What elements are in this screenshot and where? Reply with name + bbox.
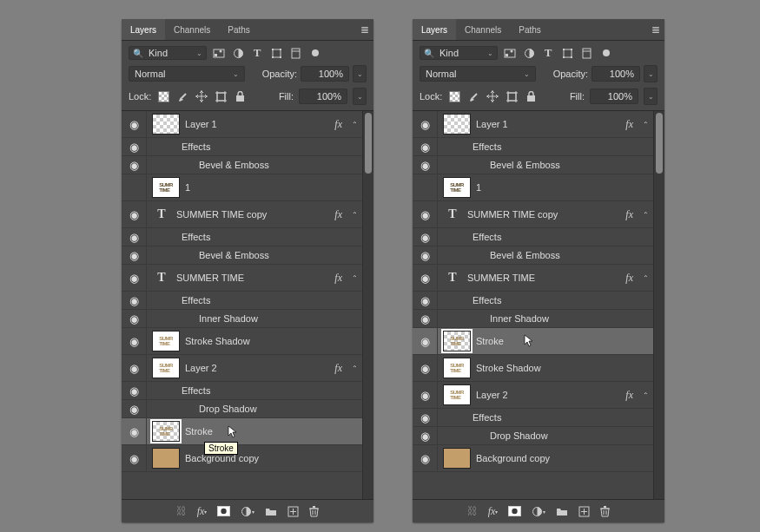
lock-artboard-icon[interactable] [505,89,519,103]
link-layers-icon[interactable]: ⛓ [467,505,478,517]
visibility-toggle[interactable]: ◉ [122,174,147,200]
scrollbar[interactable] [362,111,373,499]
fx-badge[interactable]: fx [334,362,342,375]
layer-row[interactable]: ◉ SUMRTIME Layer 2 fx ⌃ [413,382,654,409]
visibility-toggle[interactable]: ◉ [413,138,438,155]
layer-effect-item[interactable]: ◉ Drop Shadow [413,427,654,445]
add-adjustment-icon[interactable]: ▾ [532,506,545,517]
layer-name[interactable]: Layer 2 [476,390,620,400]
collapse-effects-icon[interactable]: ⌃ [640,274,651,282]
visibility-toggle[interactable]: ◉ [413,409,438,426]
visibility-toggle[interactable]: ◉ [122,292,147,309]
type-layer-icon[interactable]: T [152,205,171,224]
visibility-toggle[interactable]: ◉ [413,111,438,137]
lock-all-icon[interactable] [233,89,247,103]
layer-name[interactable]: Background copy [185,453,360,463]
layer-row[interactable]: ◉ SUMRTIME Stroke Shadow [413,355,654,382]
visibility-toggle[interactable]: ◉ [413,174,438,200]
visibility-toggle[interactable]: ◉ [122,201,147,227]
new-layer-icon[interactable] [578,506,590,517]
panel-menu-icon[interactable]: ≣ [647,23,664,36]
kind-dropdown[interactable]: 🔍 Kind ⌄ [420,46,498,60]
layer-name[interactable]: Stroke [185,426,360,437]
layer-thumbnail[interactable]: SUMRTIME [152,358,180,378]
type-layer-icon[interactable]: T [443,268,462,287]
layer-effect-item[interactable]: ◉ Drop Shadow [122,400,363,418]
layer-name[interactable]: Stroke [476,336,651,346]
layer-effect-item[interactable]: ◉ Inner Shadow [413,310,654,328]
fx-add-icon[interactable]: fx▾ [488,505,499,518]
type-layer-icon[interactable]: T [443,205,462,224]
filter-pixel-icon[interactable] [212,46,226,60]
visibility-toggle[interactable]: ◉ [413,201,438,227]
fx-badge[interactable]: fx [625,389,633,402]
layer-name[interactable]: SUMMER TIME copy [467,209,620,220]
fx-add-icon[interactable]: fx▾ [197,505,208,518]
layer-effect-item[interactable]: ◉ Inner Shadow [122,310,363,328]
layer-name[interactable]: Stroke Shadow [476,363,651,373]
opacity-dropdown-icon[interactable]: ⌄ [353,65,367,82]
visibility-toggle[interactable]: ◉ [122,156,147,174]
fx-badge[interactable]: fx [334,272,342,285]
visibility-toggle[interactable]: ◉ [122,445,147,471]
visibility-toggle[interactable]: ◉ [122,382,147,399]
layer-name[interactable]: Layer 1 [476,119,620,129]
visibility-toggle[interactable]: ◉ [122,246,147,264]
fx-badge[interactable]: fx [625,208,633,221]
visibility-toggle[interactable]: ◉ [122,310,147,327]
layer-effects-row[interactable]: ◉ Effects [413,138,654,156]
visibility-toggle[interactable]: ◉ [413,427,438,444]
visibility-toggle[interactable]: ◉ [122,400,147,417]
lock-position-icon[interactable] [486,89,499,103]
collapse-effects-icon[interactable]: ⌃ [349,365,360,372]
layer-thumbnail[interactable]: SUMRTIME [443,331,471,351]
filter-toggle[interactable] [598,46,612,60]
layer-row[interactable]: ◉ SUMRTIME Layer 2 fx ⌃ [122,355,363,382]
visibility-toggle[interactable]: ◉ [122,355,147,381]
visibility-toggle[interactable]: ◉ [122,138,147,155]
add-adjustment-icon[interactable]: ▾ [241,506,254,517]
layer-row[interactable]: ◉ Layer 1 fx ⌃ [413,111,654,138]
layer-effect-item[interactable]: ◉ Bevel & Emboss [122,246,363,265]
visibility-toggle[interactable]: ◉ [413,246,438,264]
tab-layers[interactable]: Layers [122,19,165,40]
delete-layer-icon[interactable] [309,506,319,517]
link-layers-icon[interactable]: ⛓ [176,505,187,517]
new-layer-icon[interactable] [287,506,299,517]
layer-row[interactable]: ◉ T SUMMER TIME fx ⌃ [413,265,654,292]
fill-input[interactable]: 100% [590,89,638,104]
fx-badge[interactable]: fx [625,118,633,131]
tab-channels[interactable]: Channels [456,19,510,40]
visibility-toggle[interactable]: ◉ [122,418,147,444]
collapse-effects-icon[interactable]: ⌃ [349,211,360,219]
filter-adjustment-icon[interactable] [231,46,245,60]
filter-smart-icon[interactable] [288,46,302,60]
filter-type-icon[interactable]: T [250,46,264,60]
type-layer-icon[interactable]: T [152,268,171,287]
layer-effects-row[interactable]: ◉ Effects [122,228,363,246]
layer-effect-item[interactable]: ◉ Bevel & Emboss [122,156,363,174]
visibility-toggle[interactable]: ◉ [413,355,438,381]
layer-name[interactable]: Stroke Shadow [185,336,360,346]
add-mask-icon[interactable] [508,506,521,516]
panel-menu-icon[interactable]: ≣ [356,23,373,36]
visibility-toggle[interactable]: ◉ [413,156,438,174]
layer-thumbnail[interactable] [152,448,180,469]
fill-input[interactable]: 100% [299,89,347,104]
opacity-input[interactable]: 100% [301,66,349,82]
blend-mode-dropdown[interactable]: Normal ⌄ [129,66,245,82]
layer-name[interactable]: 1 [185,182,360,193]
lock-brush-icon[interactable] [466,89,480,103]
collapse-effects-icon[interactable]: ⌃ [640,121,651,128]
layer-row[interactable]: ◉ SUMRTIME 1 [122,174,363,201]
filter-shape-icon[interactable] [269,46,283,60]
visibility-toggle[interactable]: ◉ [122,328,147,354]
tab-channels[interactable]: Channels [165,19,219,40]
layer-thumbnail[interactable]: SUMRTIME [152,421,180,442]
tab-paths[interactable]: Paths [510,19,550,40]
tab-layers[interactable]: Layers [413,19,456,40]
layer-name[interactable]: Layer 1 [185,119,329,129]
lock-transparent-icon[interactable] [156,89,170,103]
filter-adjustment-icon[interactable] [522,46,536,60]
fill-dropdown-icon[interactable]: ⌄ [644,88,658,105]
